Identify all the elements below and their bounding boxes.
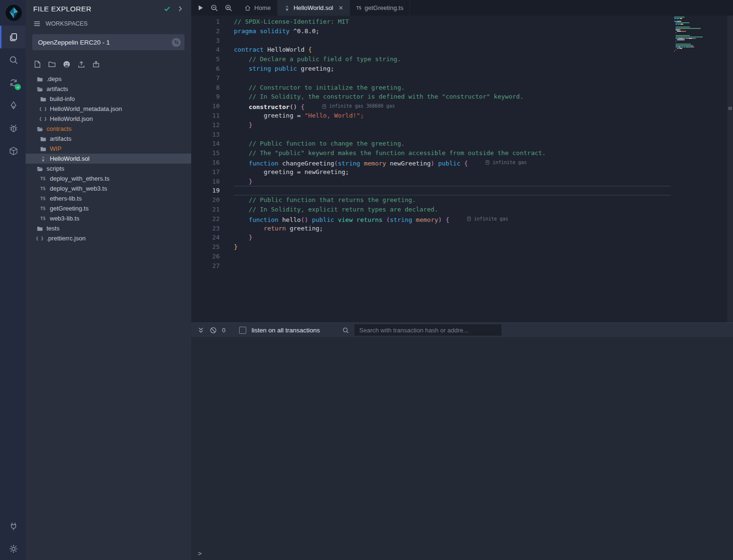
zoom-out-button[interactable] [210, 4, 218, 12]
workspace-switch-icon[interactable] [172, 38, 181, 47]
code-line[interactable] [234, 261, 671, 271]
publish-icon[interactable] [92, 60, 100, 68]
line-number[interactable]: 1 [191, 17, 234, 27]
folder-item-contracts[interactable]: contracts [26, 124, 191, 134]
line-number[interactable]: 20 [191, 195, 234, 205]
tab-home[interactable]: Home [238, 0, 278, 16]
tab-getgreeting-ts[interactable]: TSgetGreeting.ts [350, 0, 410, 16]
line-number[interactable]: 4 [191, 45, 234, 55]
code-line[interactable]: greeting = newGreeting; [234, 167, 671, 177]
clear-console-icon[interactable] [210, 327, 217, 334]
code-line[interactable]: // Declare a public field of type string… [234, 55, 671, 64]
editor-scrollbar[interactable] [727, 16, 733, 322]
new-file-icon[interactable] [33, 60, 41, 68]
line-number[interactable]: 9 [191, 92, 234, 101]
line-number[interactable]: 23 [191, 224, 234, 233]
file-item-deploy-with-web3-ts[interactable]: TSdeploy_with_web3.ts [26, 184, 191, 193]
code-line[interactable] [234, 186, 671, 195]
line-number[interactable]: 2 [191, 27, 234, 36]
folder-item-artifacts[interactable]: artifacts [26, 84, 191, 94]
code-line[interactable] [234, 252, 671, 261]
folder-item-scripts[interactable]: scripts [26, 164, 191, 174]
line-number[interactable]: 5 [191, 55, 234, 64]
code-line[interactable]: greeting = "Hello, World!"; [234, 111, 671, 120]
workspaces-menu-icon[interactable] [33, 20, 41, 28]
code-line[interactable]: // The "public" keyword makes the functi… [234, 148, 671, 158]
line-number[interactable]: 8 [191, 83, 234, 92]
line-number[interactable]: 11 [191, 111, 234, 120]
code-line[interactable]: // In Solidity, explicit return types ar… [234, 205, 671, 214]
line-number[interactable]: 6 [191, 64, 234, 73]
transaction-search-input[interactable] [354, 324, 501, 336]
line-number[interactable]: 25 [191, 242, 234, 252]
github-icon[interactable] [63, 60, 71, 68]
code-line[interactable]: pragma solidity ^0.8.0; [234, 27, 671, 36]
listen-transactions-checkbox[interactable] [239, 327, 246, 334]
workspace-select[interactable]: OpenZeppelin ERC20 - 1 [32, 34, 185, 50]
code-line[interactable]: // Constructor to initialize the greetin… [234, 83, 671, 92]
code-line[interactable] [234, 73, 671, 83]
file-item-helloworld-sol[interactable]: HelloWorld.sol [26, 154, 191, 164]
line-number[interactable]: 10 [191, 101, 234, 111]
line-number[interactable]: 17 [191, 167, 234, 177]
plugin-manager-icon[interactable] [0, 139, 26, 162]
folder-item-tests[interactable]: tests [26, 223, 191, 233]
close-tab-icon[interactable] [338, 5, 343, 10]
file-explorer-icon[interactable] [0, 26, 26, 48]
scrollbar-thumb[interactable] [728, 107, 732, 110]
remix-logo-icon[interactable] [0, 0, 26, 26]
line-number[interactable]: 26 [191, 252, 234, 261]
code-line[interactable]: function changeGreeting(string memory ne… [234, 158, 671, 167]
terminal-output[interactable]: > [191, 337, 733, 560]
toggle-terminal-icon[interactable] [197, 327, 204, 334]
line-number[interactable]: 13 [191, 130, 234, 139]
new-folder-icon[interactable] [48, 60, 56, 68]
code-line[interactable]: } [234, 242, 671, 252]
code-line[interactable]: function hello() public view returns (st… [234, 214, 671, 224]
line-number[interactable]: 27 [191, 261, 234, 271]
line-number[interactable]: 15 [191, 148, 234, 158]
line-number[interactable]: 12 [191, 120, 234, 130]
settings-icon[interactable] [0, 537, 26, 560]
terminal-prompt[interactable]: > [198, 550, 202, 557]
code-line[interactable]: string public greeting; [234, 64, 671, 73]
listen-transactions-label[interactable]: listen on all transactions [251, 327, 320, 334]
code-line[interactable]: // Public function to change the greetin… [234, 139, 671, 148]
code-line[interactable]: } [234, 177, 671, 186]
code-line[interactable]: // SPDX-License-Identifier: MIT [234, 17, 671, 27]
line-number[interactable]: 22 [191, 214, 234, 224]
tab-helloworld-sol[interactable]: HelloWorld.sol [278, 0, 351, 16]
code-line[interactable]: return greeting; [234, 224, 671, 233]
line-number[interactable]: 7 [191, 73, 234, 83]
file-item-ethers-lib-ts[interactable]: TSethers-lib.ts [26, 193, 191, 203]
file-item-getgreeting-ts[interactable]: TSgetGreeting.ts [26, 203, 191, 213]
upload-icon[interactable] [77, 60, 85, 68]
code-line[interactable]: contract HelloWorld { [234, 45, 671, 55]
line-number[interactable]: 3 [191, 36, 234, 46]
debugger-icon[interactable] [0, 117, 26, 139]
code-line[interactable]: // In Solidity, the constructor is defin… [234, 92, 671, 101]
code-line[interactable] [234, 130, 671, 139]
folder-item-deps[interactable]: .deps [26, 74, 191, 84]
solidity-compiler-icon[interactable] [0, 71, 26, 94]
file-item-prettierrc-json[interactable]: { }.prettierrc.json [26, 233, 191, 243]
code-line[interactable]: } [234, 233, 671, 242]
file-item-deploy-with-ethers-ts[interactable]: TSdeploy_with_ethers.ts [26, 174, 191, 184]
folder-item-build-info[interactable]: build-info [26, 94, 191, 104]
line-number[interactable]: 16 [191, 158, 234, 167]
minimap[interactable] [674, 17, 714, 55]
deploy-run-icon[interactable] [0, 94, 26, 117]
code-line[interactable]: constructor() {infinite gas 368600 gas [234, 101, 671, 111]
run-script-button[interactable] [197, 4, 204, 11]
file-item-helloworld-metadata-json[interactable]: { }HelloWorld_metadata.json [26, 104, 191, 114]
line-number[interactable]: 19 [191, 186, 234, 195]
accept-changes-icon[interactable] [164, 5, 171, 12]
code-content[interactable]: // SPDX-License-Identifier: MITpragma so… [234, 16, 671, 322]
folder-item-wip[interactable]: WIP [26, 144, 191, 154]
folder-item-artifacts[interactable]: artifacts [26, 134, 191, 144]
zoom-in-button[interactable] [224, 4, 232, 12]
code-line[interactable] [234, 36, 671, 46]
code-editor[interactable]: 1234567891011121314151617181920212223242… [191, 16, 733, 322]
line-number[interactable]: 14 [191, 139, 234, 148]
line-number[interactable]: 21 [191, 205, 234, 214]
